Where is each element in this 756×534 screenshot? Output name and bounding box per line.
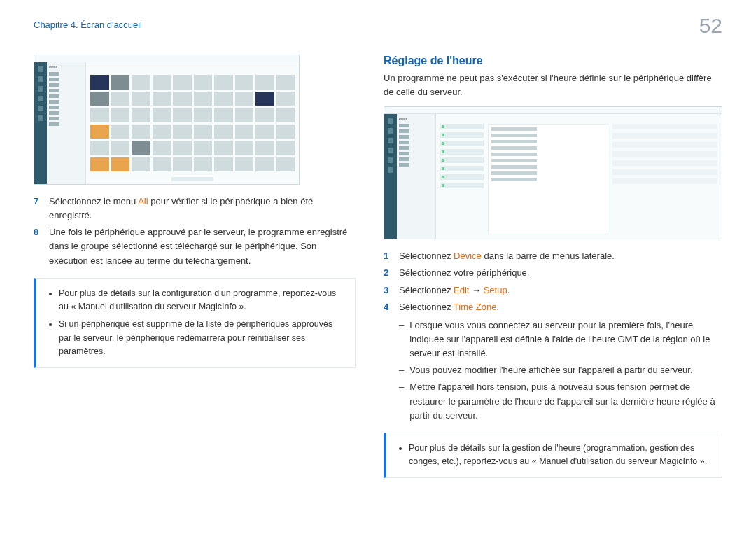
section-title: Réglage de l'heure — [384, 55, 722, 67]
sub-item: Vous pouvez modifier l'heure affichée su… — [399, 363, 722, 377]
right-callout: Pour plus de détails sur la gestion de l… — [384, 433, 722, 478]
left-steps: 7 Sélectionnez le menu All pour vérifier… — [34, 195, 356, 268]
step-number: 4 — [384, 300, 392, 314]
left-callout: Pour plus de détails sur la configuratio… — [34, 278, 356, 368]
step-7: 7 Sélectionnez le menu All pour vérifier… — [34, 195, 356, 223]
shot-device-list — [440, 124, 484, 234]
highlight-timezone: Time Zone — [454, 302, 497, 312]
step-text: Sélectionnez Edit → Setup. — [399, 283, 722, 297]
page-number: 52 — [699, 14, 722, 38]
highlight-device: Device — [454, 251, 482, 261]
step-number: 8 — [34, 225, 42, 267]
shot-grid — [90, 75, 295, 171]
step-text: Une fois le périphérique approuvé par le… — [49, 225, 356, 267]
screenshot-time-settings: Device — [384, 106, 722, 239]
step-4: 4 Sélectionnez Time Zone. — [384, 300, 722, 314]
step-text: Sélectionnez Device dans la barre de men… — [399, 249, 722, 263]
highlight-all: All — [138, 196, 148, 206]
step-number: 7 — [34, 195, 42, 223]
step-text: Sélectionnez votre périphérique. — [399, 266, 722, 280]
highlight-edit: Edit — [454, 285, 469, 295]
step-8: 8 Une fois le périphérique approuvé par … — [34, 225, 356, 267]
step-number: 2 — [384, 266, 392, 280]
section-intro: Un programme ne peut pas s'exécuter si l… — [384, 71, 722, 99]
screenshot-device-grid: Device — [34, 55, 300, 185]
step-text: Sélectionnez le menu All pour vérifier s… — [49, 195, 356, 223]
shot-side-header: Device — [49, 65, 83, 70]
step-number: 3 — [384, 283, 392, 297]
callout-item: Pour plus de détails sur la gestion de l… — [409, 442, 712, 469]
step-1: 1 Sélectionnez Device dans la barre de m… — [384, 249, 722, 263]
sub-item: Mettre l'appareil hors tension, puis à n… — [399, 380, 722, 422]
right-steps: 1 Sélectionnez Device dans la barre de m… — [384, 249, 722, 423]
step-3: 3 Sélectionnez Edit → Setup. — [384, 283, 722, 297]
right-sublist: Lorsque vous vous connectez au serveur p… — [384, 318, 722, 423]
chapter-label: Chapitre 4. Écran d'accueil — [34, 20, 142, 30]
shot-table — [612, 124, 718, 234]
callout-item: Si un périphérique est supprimé de la li… — [59, 318, 345, 358]
step-text: Sélectionnez Time Zone. — [399, 300, 722, 314]
step-2: 2 Sélectionnez votre périphérique. — [384, 266, 722, 280]
arrow-icon: → — [469, 285, 483, 295]
sub-item: Lorsque vous vous connectez au serveur p… — [399, 318, 722, 360]
shot-pager — [172, 177, 214, 181]
step-number: 1 — [384, 249, 392, 263]
highlight-setup: Setup — [484, 285, 507, 295]
shot-side-header: Device — [399, 117, 433, 122]
shot-form-panel — [488, 124, 608, 234]
callout-item: Pour plus de détails sur la configuratio… — [59, 287, 345, 314]
